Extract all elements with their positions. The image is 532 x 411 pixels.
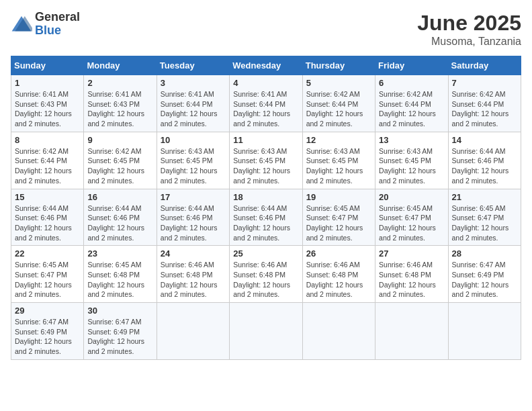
- day-number: 21: [452, 192, 517, 202]
- day-number: 9: [87, 135, 152, 145]
- title-block: June 2025 Musoma, Tanzania: [417, 11, 521, 48]
- column-header-wednesday: Wednesday: [230, 56, 302, 75]
- calendar-cell: 13Sunrise: 6:43 AMSunset: 6:45 PMDayligh…: [375, 132, 448, 189]
- calendar-week-row: 1Sunrise: 6:41 AMSunset: 6:43 PMDaylight…: [11, 75, 521, 132]
- day-info: Sunrise: 6:41 AMSunset: 6:44 PMDaylight:…: [161, 89, 226, 129]
- day-number: 27: [379, 248, 444, 259]
- day-info: Sunrise: 6:41 AMSunset: 6:43 PMDaylight:…: [87, 89, 152, 129]
- day-number: 17: [161, 192, 226, 202]
- calendar-cell: 14Sunrise: 6:44 AMSunset: 6:46 PMDayligh…: [448, 132, 521, 189]
- day-info: Sunrise: 6:46 AMSunset: 6:48 PMDaylight:…: [306, 260, 371, 300]
- day-number: 10: [161, 135, 226, 145]
- calendar-cell: 3Sunrise: 6:41 AMSunset: 6:44 PMDaylight…: [157, 75, 229, 132]
- calendar-cell: 18Sunrise: 6:44 AMSunset: 6:46 PMDayligh…: [230, 189, 302, 246]
- day-number: 2: [87, 78, 152, 88]
- day-number: 30: [87, 306, 152, 316]
- day-info: Sunrise: 6:41 AMSunset: 6:43 PMDaylight:…: [15, 89, 80, 129]
- calendar-week-row: 15Sunrise: 6:44 AMSunset: 6:46 PMDayligh…: [11, 189, 521, 246]
- day-info: Sunrise: 6:43 AMSunset: 6:45 PMDaylight:…: [161, 146, 226, 186]
- column-header-sunday: Sunday: [11, 56, 84, 75]
- day-number: 19: [306, 192, 371, 202]
- page-header: General Blue June 2025 Musoma, Tanzania: [11, 11, 521, 48]
- column-header-friday: Friday: [375, 56, 448, 75]
- calendar-cell: 12Sunrise: 6:43 AMSunset: 6:45 PMDayligh…: [302, 132, 375, 189]
- calendar-cell: 5Sunrise: 6:42 AMSunset: 6:44 PMDaylight…: [302, 75, 375, 132]
- calendar-cell: 1Sunrise: 6:41 AMSunset: 6:43 PMDaylight…: [11, 75, 84, 132]
- calendar-cell: 4Sunrise: 6:41 AMSunset: 6:44 PMDaylight…: [230, 75, 302, 132]
- calendar-cell: [302, 303, 375, 360]
- day-info: Sunrise: 6:43 AMSunset: 6:45 PMDaylight:…: [233, 146, 298, 186]
- day-number: 7: [452, 78, 517, 88]
- calendar-cell: 24Sunrise: 6:46 AMSunset: 6:48 PMDayligh…: [157, 246, 229, 303]
- column-header-monday: Monday: [84, 56, 157, 75]
- day-number: 16: [87, 192, 152, 202]
- day-number: 25: [233, 248, 298, 259]
- day-info: Sunrise: 6:42 AMSunset: 6:44 PMDaylight:…: [306, 89, 371, 129]
- calendar-cell: 10Sunrise: 6:43 AMSunset: 6:45 PMDayligh…: [157, 132, 229, 189]
- day-info: Sunrise: 6:45 AMSunset: 6:47 PMDaylight:…: [379, 203, 444, 243]
- calendar-cell: 11Sunrise: 6:43 AMSunset: 6:45 PMDayligh…: [230, 132, 302, 189]
- day-info: Sunrise: 6:42 AMSunset: 6:44 PMDaylight:…: [15, 146, 80, 186]
- day-number: 14: [452, 135, 517, 145]
- day-number: 5: [306, 78, 371, 88]
- calendar-cell: 19Sunrise: 6:45 AMSunset: 6:47 PMDayligh…: [302, 189, 375, 246]
- day-info: Sunrise: 6:47 AMSunset: 6:49 PMDaylight:…: [87, 317, 152, 357]
- day-info: Sunrise: 6:45 AMSunset: 6:48 PMDaylight:…: [87, 260, 152, 300]
- calendar-cell: 27Sunrise: 6:46 AMSunset: 6:48 PMDayligh…: [375, 246, 448, 303]
- calendar-week-row: 8Sunrise: 6:42 AMSunset: 6:44 PMDaylight…: [11, 132, 521, 189]
- calendar-cell: 2Sunrise: 6:41 AMSunset: 6:43 PMDaylight…: [84, 75, 157, 132]
- day-number: 4: [233, 78, 298, 88]
- day-number: 3: [161, 78, 226, 88]
- logo-icon: [11, 15, 32, 34]
- day-number: 18: [233, 192, 298, 202]
- calendar-cell: 15Sunrise: 6:44 AMSunset: 6:46 PMDayligh…: [11, 189, 84, 246]
- calendar-cell: 26Sunrise: 6:46 AMSunset: 6:48 PMDayligh…: [302, 246, 375, 303]
- day-info: Sunrise: 6:44 AMSunset: 6:46 PMDaylight:…: [452, 146, 517, 186]
- calendar-cell: [375, 303, 448, 360]
- month-title: June 2025: [417, 11, 521, 36]
- day-number: 29: [15, 306, 80, 316]
- day-info: Sunrise: 6:45 AMSunset: 6:47 PMDaylight:…: [452, 203, 517, 243]
- day-info: Sunrise: 6:44 AMSunset: 6:46 PMDaylight:…: [161, 203, 226, 243]
- calendar-cell: 6Sunrise: 6:42 AMSunset: 6:44 PMDaylight…: [375, 75, 448, 132]
- logo: General Blue: [11, 11, 80, 38]
- calendar-cell: 17Sunrise: 6:44 AMSunset: 6:46 PMDayligh…: [157, 189, 229, 246]
- day-info: Sunrise: 6:47 AMSunset: 6:49 PMDaylight:…: [15, 317, 80, 357]
- day-number: 24: [161, 248, 226, 259]
- day-info: Sunrise: 6:45 AMSunset: 6:47 PMDaylight:…: [15, 260, 80, 300]
- calendar-cell: [448, 303, 521, 360]
- calendar-week-row: 22Sunrise: 6:45 AMSunset: 6:47 PMDayligh…: [11, 246, 521, 303]
- calendar-cell: 7Sunrise: 6:42 AMSunset: 6:44 PMDaylight…: [448, 75, 521, 132]
- day-info: Sunrise: 6:42 AMSunset: 6:44 PMDaylight:…: [452, 89, 517, 129]
- day-info: Sunrise: 6:42 AMSunset: 6:45 PMDaylight:…: [87, 146, 152, 186]
- day-info: Sunrise: 6:43 AMSunset: 6:45 PMDaylight:…: [306, 146, 371, 186]
- day-info: Sunrise: 6:47 AMSunset: 6:49 PMDaylight:…: [452, 260, 517, 300]
- calendar-week-row: 29Sunrise: 6:47 AMSunset: 6:49 PMDayligh…: [11, 303, 521, 360]
- calendar-cell: 8Sunrise: 6:42 AMSunset: 6:44 PMDaylight…: [11, 132, 84, 189]
- day-info: Sunrise: 6:46 AMSunset: 6:48 PMDaylight:…: [233, 260, 298, 300]
- calendar-cell: 29Sunrise: 6:47 AMSunset: 6:49 PMDayligh…: [11, 303, 84, 360]
- logo-general: General: [35, 11, 80, 24]
- day-number: 1: [15, 78, 80, 88]
- day-number: 6: [379, 78, 444, 88]
- day-number: 15: [15, 192, 80, 202]
- calendar-cell: 30Sunrise: 6:47 AMSunset: 6:49 PMDayligh…: [84, 303, 157, 360]
- calendar-cell: [157, 303, 229, 360]
- day-number: 12: [306, 135, 371, 145]
- calendar-cell: 23Sunrise: 6:45 AMSunset: 6:48 PMDayligh…: [84, 246, 157, 303]
- logo-text: General Blue: [35, 11, 80, 38]
- day-number: 13: [379, 135, 444, 145]
- day-info: Sunrise: 6:44 AMSunset: 6:46 PMDaylight:…: [87, 203, 152, 243]
- calendar-cell: 9Sunrise: 6:42 AMSunset: 6:45 PMDaylight…: [84, 132, 157, 189]
- calendar-cell: 21Sunrise: 6:45 AMSunset: 6:47 PMDayligh…: [448, 189, 521, 246]
- column-header-thursday: Thursday: [302, 56, 375, 75]
- day-info: Sunrise: 6:42 AMSunset: 6:44 PMDaylight:…: [379, 89, 444, 129]
- day-info: Sunrise: 6:43 AMSunset: 6:45 PMDaylight:…: [379, 146, 444, 186]
- day-number: 26: [306, 248, 371, 259]
- day-info: Sunrise: 6:44 AMSunset: 6:46 PMDaylight:…: [233, 203, 298, 243]
- calendar-cell: 16Sunrise: 6:44 AMSunset: 6:46 PMDayligh…: [84, 189, 157, 246]
- location-title: Musoma, Tanzania: [417, 36, 521, 48]
- column-header-saturday: Saturday: [448, 56, 521, 75]
- day-number: 22: [15, 248, 80, 259]
- day-number: 28: [452, 248, 517, 259]
